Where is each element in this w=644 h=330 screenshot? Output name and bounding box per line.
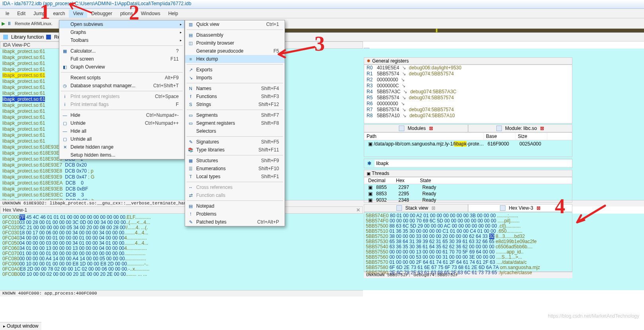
- menu-item-disassembly[interactable]: ▤Disassembly: [185, 31, 285, 39]
- view-menu[interactable]: Open subviews▸Graphs▸Toolbars▸▦Calculato…: [59, 20, 185, 159]
- menu-glyph-icon: i: [62, 93, 68, 100]
- menu-glyph-icon: ↘: [187, 75, 194, 81]
- menu-item-delete-hidden-range[interactable]: ✕Delete hidden range: [59, 143, 184, 151]
- menu-item-notepad[interactable]: ▤Notepad: [185, 202, 285, 210]
- close-icon[interactable]: ⊠: [537, 205, 541, 211]
- menu-item-calculator-[interactable]: ▦Calculator...?: [59, 47, 184, 55]
- menu-item-open-subviews[interactable]: Open subviews▸: [59, 20, 184, 28]
- tab-module-detail[interactable]: Module: libc.so⊠: [468, 124, 572, 132]
- general-registers-header[interactable]: ✸ General registers: [364, 57, 572, 65]
- menu-le[interactable]: le: [2, 10, 13, 18]
- col-path[interactable]: Path: [364, 133, 484, 140]
- menu-glyph-icon: ✎: [187, 139, 194, 145]
- menu-glyph-icon: —: [62, 112, 68, 118]
- menu-item-structures[interactable]: ▦StructuresShift+F9: [185, 157, 285, 165]
- hex-view-3[interactable]: 5BB574E0 80 01 00 00 A2 01 00 00 00 00 0…: [364, 212, 572, 272]
- col-decimal[interactable]: Decimal: [364, 177, 392, 184]
- menu-item-type-libraries[interactable]: 📚Type librariesShift+F11: [185, 146, 285, 154]
- tab-modules[interactable]: Modules⊠: [364, 124, 468, 132]
- tab-output[interactable]: ▸ Output window: [0, 322, 41, 330]
- menu-item-selectors[interactable]: Selectors: [185, 127, 285, 135]
- menu-item-unhide[interactable]: ▢UnhideCtrl+Numpad++: [59, 119, 184, 127]
- menu-item-local-types[interactable]: TLocal typesShift+F1: [185, 173, 285, 181]
- col-base[interactable]: Base: [484, 133, 515, 140]
- menu-glyph-icon: ▭: [187, 120, 194, 126]
- menu-item-exports[interactable]: ↗Exports: [185, 66, 285, 74]
- threads-header[interactable]: ▣ Threads: [364, 170, 572, 177]
- annotation-3: 3: [314, 32, 325, 55]
- close-icon[interactable]: ⊠: [429, 126, 433, 131]
- menu-item-generate-pseudocode[interactable]: Generate pseudocodeF5: [185, 47, 285, 55]
- menu-item-problems[interactable]: !Problems: [185, 210, 285, 218]
- pause-icon[interactable]: ⏸: [7, 21, 12, 26]
- col-hex[interactable]: Hex: [392, 177, 416, 184]
- filter-input[interactable]: [375, 160, 572, 167]
- menu-item-hex-dump[interactable]: ≡Hex dump: [185, 55, 285, 63]
- menu-glyph-icon: ◷: [62, 82, 68, 89]
- threads-panel[interactable]: Decimal Hex State ▣88552297Ready▣8853229…: [364, 177, 572, 202]
- modules-panel[interactable]: Path Base Size ▣ /data/app-lib/com.sangu…: [364, 132, 572, 157]
- registers-body[interactable]: R0 4019E5E4 ↘ debug006:daylight+9530R1 5…: [364, 65, 572, 124]
- col-state[interactable]: State: [416, 177, 435, 184]
- menu-item-quick-view[interactable]: ▥Quick viewCtrl+1: [185, 20, 285, 28]
- menu-item-functions[interactable]: fFunctionsShift+F3: [185, 92, 285, 100]
- menu-item-unhide-all[interactable]: ▢Unhide all: [59, 135, 184, 143]
- menu-glyph-icon: ✎: [187, 219, 194, 225]
- menu-item-function-calls: ⇄Function calls: [185, 191, 285, 199]
- menu-item-segment-registers[interactable]: ▭Segment registersShift+F8: [185, 119, 285, 127]
- menu-item-full-screen[interactable]: Full screenF11: [59, 55, 184, 63]
- menu-help[interactable]: Help: [164, 10, 182, 18]
- arrow-icon: [64, 1, 96, 17]
- annotation-1: 1: [40, 0, 50, 24]
- menu-item-hide-all[interactable]: —Hide all: [59, 127, 184, 135]
- close-icon[interactable]: ✕: [356, 207, 360, 213]
- output-label: Output window: [7, 323, 38, 329]
- menu-glyph-icon: N: [187, 85, 194, 92]
- menu-glyph-icon: ↗: [187, 67, 194, 73]
- menu-glyph-icon: ☰: [187, 165, 194, 172]
- col-size[interactable]: Size: [515, 133, 547, 140]
- menu-item-print-segment-registers: iPrint segment registersCtrl+Space: [59, 92, 184, 100]
- menu-edit[interactable]: Edit: [13, 10, 29, 18]
- menu-item-proximity-browser[interactable]: ◫Proximity browser: [185, 39, 285, 47]
- menu-item-database-snapshot-manager-[interactable]: ◷Database snapshot manager...Ctrl+Shift+…: [59, 82, 184, 90]
- menu-item-graphs[interactable]: Graphs▸: [59, 28, 184, 36]
- menu-item-toolbars[interactable]: Toolbars▸: [59, 36, 184, 44]
- module-row[interactable]: ▣ /data/app-lib/com.sanguosha.mjz.ly-1/l…: [364, 140, 572, 147]
- menu-item-setup-hidden-items-[interactable]: Setup hidden items...: [59, 151, 184, 159]
- right-column: ✸ General registers R0 4019E5E4 ↘ debug0…: [364, 57, 572, 278]
- menu-item-imports[interactable]: ↘Imports: [185, 74, 285, 82]
- menu-glyph-icon: ▢: [62, 136, 68, 142]
- menu-item-print-internal-flags: iPrint internal flagsF: [59, 100, 184, 108]
- open-subviews-menu[interactable]: ▥Quick viewCtrl+1▤Disassembly◫Proximity …: [185, 20, 285, 226]
- menu-glyph-icon: ◫: [187, 40, 194, 46]
- menu-item-graph-overview[interactable]: ◧Graph Overview: [59, 63, 184, 71]
- menu-glyph-icon: ⇄: [187, 192, 194, 198]
- close-icon[interactable]: ⊠: [540, 126, 544, 131]
- menu-item-signatures[interactable]: ✎SignaturesShift+F5: [185, 138, 285, 146]
- menu-glyph-icon: f: [187, 93, 194, 100]
- registers-icon: ✸: [367, 58, 371, 64]
- module-icon: ▣: [366, 141, 371, 147]
- menu-item-enumerations[interactable]: ☰EnumerationsShift+F10: [185, 165, 285, 173]
- menu-glyph-icon: ▭: [187, 112, 194, 118]
- menu-item-segments[interactable]: ▭SegmentsShift+F7: [185, 111, 285, 119]
- close-icon[interactable]: ⊠: [431, 205, 435, 211]
- clear-filter-icon[interactable]: ✱: [364, 161, 375, 166]
- tab-hex-view-1[interactable]: Hex View-1 ✕: [0, 206, 363, 214]
- tab-hex1-label: Hex View-1: [3, 207, 27, 213]
- module-filter[interactable]: ✱: [364, 159, 572, 168]
- menu-glyph-icon: 📚: [187, 147, 194, 153]
- annotation-2: 2: [129, 1, 139, 24]
- tab-stack-view[interactable]: Stack view⊠: [364, 204, 468, 212]
- menu-item-hide[interactable]: —HideCtrl+Numpad+-: [59, 111, 184, 119]
- menu-glyph-icon: S: [187, 101, 194, 108]
- menu-item-patched-bytes[interactable]: ✎Patched bytesCtrl+Alt+P: [185, 218, 285, 226]
- menu-item-strings[interactable]: SStringsShift+F12: [185, 100, 285, 108]
- hex-view-1-status: KNOWN 400FC000: app_process:400FC000: [0, 290, 363, 297]
- arrow-icon: [573, 202, 609, 226]
- run-icon[interactable]: ▶: [2, 21, 5, 26]
- menu-item-recent-scripts[interactable]: Recent scriptsAlt+F9: [59, 74, 184, 82]
- menu-item-names[interactable]: NNamesShift+F4: [185, 84, 285, 92]
- menu-windows[interactable]: Windows: [137, 10, 164, 18]
